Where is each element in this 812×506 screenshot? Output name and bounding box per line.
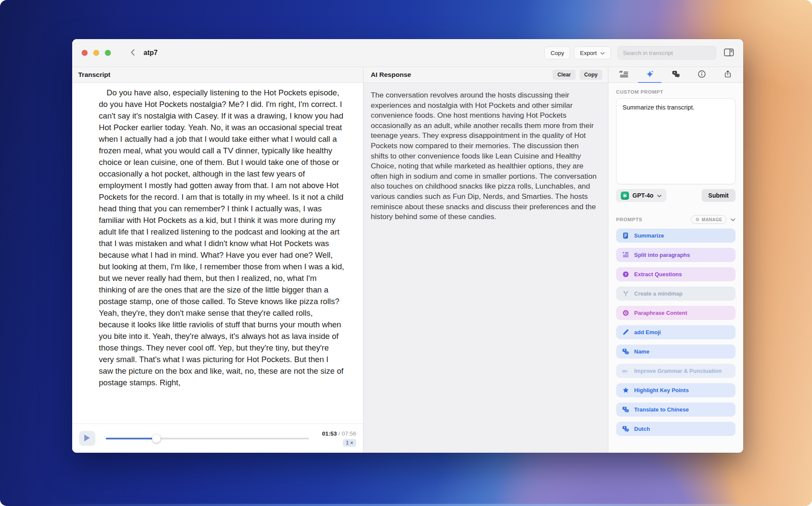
player-progress-fill (106, 438, 156, 439)
manage-prompts-button[interactable]: ⚙ MANAGE (691, 215, 727, 224)
svg-text:abc: abc (622, 369, 628, 372)
paragraph-lines-icon (622, 252, 629, 258)
tab-transcript-quotes[interactable]: “ (611, 67, 637, 82)
prompts-label: PROMPTS (616, 217, 642, 222)
chevron-left-icon (131, 49, 135, 57)
abc-icon: abc (622, 368, 629, 375)
prompts-collapse-icon[interactable] (730, 216, 736, 223)
ai-panel-header: AI Response Clear Copy (363, 67, 608, 83)
desktop-wallpaper: atp7 Copy Export Transcript (0, 0, 812, 506)
prompt-button-split-into-paragraphs[interactable]: Split into paragraphs (616, 248, 736, 262)
prompts-header: PROMPTS ⚙ MANAGE (616, 215, 736, 224)
prompt-label: Summarize (634, 232, 664, 239)
transcript-text[interactable]: Do you have also, especially listening t… (72, 83, 363, 424)
zoom-window-button[interactable] (105, 50, 111, 56)
svg-text:A: A (623, 349, 625, 351)
prompt-button-add-emoji[interactable]: add Emoji (616, 325, 736, 339)
slider-track[interactable] (106, 438, 309, 439)
prompt-button-translate-to-chinese[interactable]: A Translate to Chinese (616, 402, 736, 417)
sidebar-body: CUSTOM PROMPT Summarize this transcript.… (608, 83, 743, 453)
time-display: 01:53 / 07:56 (322, 430, 356, 437)
sidebar-toggle-button[interactable] (723, 48, 735, 58)
paraphrase-circle-icon (622, 310, 629, 316)
svg-text:?: ? (624, 272, 626, 277)
translate-icon: A (672, 70, 680, 79)
transcript-panel-header: Transcript (72, 67, 363, 83)
tab-info[interactable] (689, 67, 714, 82)
total-time: / 07:56 (339, 430, 356, 437)
prompt-button-paraphrase-content[interactable]: Paraphrase Content (616, 306, 736, 320)
ai-response-text: The conversation revolves around the hos… (363, 83, 608, 222)
translate-bubbles-icon: A (622, 426, 629, 432)
transcript-panel-title: Transcript (78, 71, 110, 79)
custom-prompt-label: CUSTOM PROMPT (616, 89, 736, 94)
prompt-label: Paraphrase Content (634, 310, 687, 316)
prompt-label: Create a mindmap (634, 290, 683, 297)
tab-ai-assist[interactable] (637, 67, 662, 82)
question-circle-icon: ? (622, 271, 629, 277)
prompt-button-dutch[interactable]: A Dutch (616, 422, 736, 436)
gear-icon: ⚙ (695, 217, 699, 222)
submit-button[interactable]: Submit (702, 189, 736, 202)
prompt-label: Highlight Key Points (634, 387, 689, 393)
translate-bubbles-icon: A (622, 348, 629, 355)
model-name: GPT-4o (632, 192, 653, 199)
doc-badge-icon (622, 232, 629, 239)
openai-logo-icon (621, 192, 629, 200)
model-selector[interactable]: GPT-4o (616, 189, 666, 202)
prompt-label: Improve Grammar & Punctuation (634, 368, 722, 374)
quote-lines-icon: “ (620, 71, 629, 79)
svg-text:A: A (623, 426, 625, 429)
prompt-list: Summarize Split into paragraphs ? Extrac… (616, 229, 736, 436)
seek-slider[interactable] (106, 434, 309, 443)
play-icon (83, 434, 91, 443)
document-title: atp7 (143, 49, 158, 57)
ai-sidebar: “ A (608, 67, 743, 453)
svg-text:A: A (623, 407, 625, 409)
ai-response-panel: AI Response Clear Copy The conversation … (363, 67, 608, 453)
window-titlebar: atp7 Copy Export (72, 39, 743, 67)
share-icon (724, 70, 732, 79)
tab-translate[interactable]: A (663, 67, 689, 82)
prompt-label: add Emoji (634, 329, 661, 335)
prompt-button-summarize[interactable]: Summarize (616, 229, 736, 243)
prompt-label: Name (634, 348, 649, 355)
app-window: atp7 Copy Export Transcript (72, 39, 743, 453)
ai-copy-button[interactable]: Copy (580, 70, 602, 80)
ai-panel-title: AI Response (371, 71, 411, 79)
slider-thumb[interactable] (152, 434, 161, 443)
prompt-label: Extract Questions (634, 271, 682, 277)
manage-label: MANAGE (702, 217, 722, 222)
close-window-button[interactable] (82, 50, 88, 56)
transcript-panel: Transcript Do you have also, especially … (72, 67, 363, 453)
prompt-label: Translate to Chinese (634, 406, 689, 413)
prompt-label: Dutch (634, 426, 650, 432)
export-label: Export (580, 50, 597, 56)
current-time: 01:53 (322, 430, 337, 437)
prompt-button-highlight-key-points[interactable]: Highlight Key Points (616, 383, 736, 397)
chevron-down-icon (600, 50, 605, 56)
export-button[interactable]: Export (574, 46, 611, 59)
copy-button[interactable]: Copy (544, 46, 570, 59)
star-icon (622, 387, 629, 393)
playback-speed-badge[interactable]: 1 × (343, 439, 356, 447)
window-content: Transcript Do you have also, especially … (72, 67, 743, 453)
pen-icon (622, 329, 629, 335)
minimize-window-button[interactable] (93, 50, 99, 56)
prompt-label: Split into paragraphs (634, 252, 690, 258)
sidebar-tabs: “ A (608, 67, 743, 83)
search-input[interactable] (617, 46, 716, 60)
prompt-button-extract-questions[interactable]: ? Extract Questions (616, 267, 736, 281)
clear-button[interactable]: Clear (553, 70, 575, 80)
prompt-button-create-a-mindmap[interactable]: Create a mindmap (616, 287, 736, 301)
play-button[interactable] (79, 431, 95, 446)
tab-share[interactable] (715, 67, 741, 82)
prompt-button-name[interactable]: A Name (616, 344, 736, 359)
custom-prompt-input[interactable]: Summarize this transcript. (616, 98, 736, 184)
prompt-button-improve-grammar-punctuation[interactable]: abc Improve Grammar & Punctuation (616, 364, 736, 378)
mindmap-icon (622, 290, 629, 297)
svg-text:A: A (674, 71, 676, 74)
traffic-lights (82, 50, 111, 56)
back-button[interactable] (129, 47, 137, 59)
sidebar-toggle-icon (724, 49, 734, 58)
